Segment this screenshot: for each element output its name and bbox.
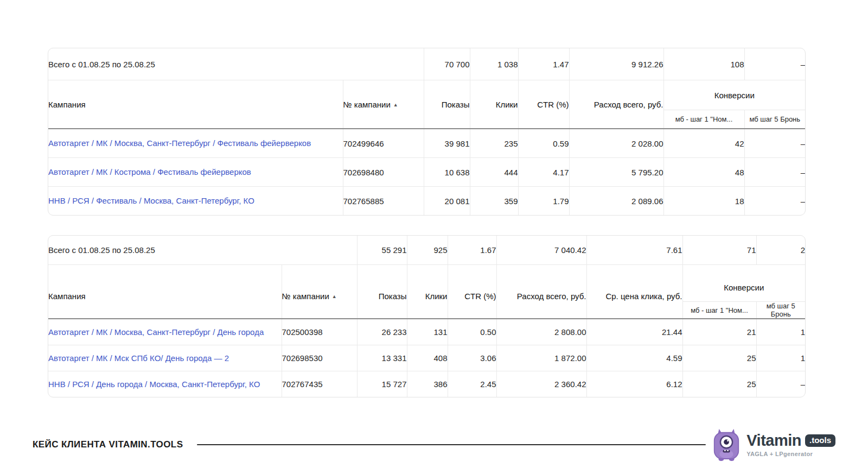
column-header-campaign[interactable]: Кампания [48, 265, 282, 319]
conversion-goal-header[interactable]: мб шаг 5 Бронь [756, 302, 805, 319]
metric-cell: 0.59 [518, 129, 569, 158]
metric-cell: 42 [663, 129, 744, 158]
total-value: 1.47 [518, 48, 569, 80]
totals-row: Всего с 01.08.25 по 25.08.2570 7001 0381… [48, 48, 805, 80]
conversion-goal-header[interactable]: мб - шаг 1 "Ном... [682, 302, 756, 319]
campaign-id-cell: 702765885 [343, 187, 424, 216]
column-header[interactable]: Показы [357, 265, 407, 319]
campaign-id-cell: 702698530 [282, 345, 357, 371]
sort-ascending-icon: ▲ [393, 102, 398, 108]
metric-cell: 2.45 [448, 371, 496, 397]
metric-cell: 6.12 [586, 371, 682, 397]
total-value: 108 [663, 48, 744, 80]
total-value: 1.67 [448, 236, 496, 265]
metric-cell: 25 [682, 371, 756, 397]
conversion-goal-header[interactable]: мб шаг 5 Бронь [744, 110, 805, 129]
campaign-link[interactable]: Автотаргет / МК / Мск СПб КО/ День город… [48, 353, 229, 363]
metric-cell: 1 872.00 [496, 345, 586, 371]
table-row: ННВ / РСЯ / День города / Москва, Санкт-… [48, 371, 805, 397]
column-header[interactable]: Показы [424, 80, 470, 129]
column-header[interactable]: CTR (%) [518, 80, 569, 129]
header-row: Кампания№ кампании▲ПоказыКликиCTR (%)Рас… [48, 80, 805, 110]
metric-cell: 21.44 [586, 319, 682, 345]
total-value: 9 912.26 [569, 48, 663, 80]
column-header[interactable]: Клики [470, 80, 518, 129]
column-header[interactable]: CTR (%) [448, 265, 496, 319]
campaign-id-cell: 702499646 [343, 129, 424, 158]
metric-cell: 4.59 [586, 345, 682, 371]
total-value: 2 [756, 236, 805, 265]
metric-cell: 1 [756, 319, 805, 345]
total-value: 71 [682, 236, 756, 265]
campaign-link[interactable]: Автотаргет / МК / Кострома / Фестиваль ф… [48, 167, 251, 176]
campaign-cell: ННВ / РСЯ / Фестиваль / Москва, Санкт-Пе… [48, 187, 343, 216]
column-header-label: № кампании [343, 100, 391, 109]
metric-cell: 408 [407, 345, 448, 371]
brand-badge: .tools [805, 434, 835, 447]
total-value: 55 291 [357, 236, 407, 265]
monster-mascot-icon [711, 428, 742, 462]
metric-cell: 13 331 [357, 345, 407, 371]
metric-cell: 2 360.42 [496, 371, 586, 397]
total-value: 70 700 [424, 48, 470, 80]
column-header[interactable]: Ср. цена клика, руб. [586, 265, 682, 319]
metric-cell: 2 028.00 [569, 129, 663, 158]
campaign-link[interactable]: Автотаргет / МК / Москва, Санкт-Петербур… [48, 138, 311, 148]
column-group-conversions: Конверсии [663, 80, 805, 110]
table-row: Автотаргет / МК / Москва, Санкт-Петербур… [48, 319, 805, 345]
metric-cell: 444 [470, 158, 518, 187]
metric-cell: 15 727 [357, 371, 407, 397]
metric-cell: 386 [407, 371, 448, 397]
campaign-link[interactable]: ННВ / РСЯ / Фестиваль / Москва, Санкт-Пе… [48, 196, 254, 205]
total-value: 925 [407, 236, 448, 265]
sort-ascending-icon: ▲ [332, 294, 337, 299]
metric-cell: 48 [663, 158, 744, 187]
metric-cell: 25 [682, 345, 756, 371]
conversion-goal-header[interactable]: мб - шаг 1 "Ном... [663, 110, 744, 129]
campaign-stats-table: Всего с 01.08.25 по 25.08.2555 2919251.6… [48, 235, 806, 397]
campaign-stats-table: Всего с 01.08.25 по 25.08.2570 7001 0381… [48, 48, 806, 216]
table-row: Автотаргет / МК / Москва, Санкт-Петербур… [48, 129, 805, 158]
column-header[interactable]: Расход всего, руб. [496, 265, 586, 319]
brand-name: Vitamin [746, 433, 801, 448]
campaign-link[interactable]: ННВ / РСЯ / День города / Москва, Санкт-… [48, 380, 260, 389]
metric-cell: 39 981 [424, 129, 470, 158]
metric-cell: 18 [663, 187, 744, 216]
metric-cell: – [744, 129, 805, 158]
column-header[interactable]: Клики [407, 265, 448, 319]
table-row: Автотаргет / МК / Мск СПб КО/ День город… [48, 345, 805, 371]
metric-cell: 26 233 [357, 319, 407, 345]
campaign-cell: ННВ / РСЯ / День города / Москва, Санкт-… [48, 371, 282, 397]
table-row: Автотаргет / МК / Кострома / Фестиваль ф… [48, 158, 805, 187]
metric-cell: 2 808.00 [496, 319, 586, 345]
footer-divider [197, 444, 706, 445]
total-value: 7.61 [586, 236, 682, 265]
brand-logo: Vitamin .tools YAGLA + LPgenerator [711, 428, 835, 462]
metric-cell: 20 081 [424, 187, 470, 216]
metric-cell: 5 795.20 [569, 158, 663, 187]
total-value: 1 038 [470, 48, 518, 80]
campaign-cell: Автотаргет / МК / Мск СПб КО/ День город… [48, 345, 282, 371]
column-group-conversions: Конверсии [682, 265, 805, 302]
metric-cell: 21 [682, 319, 756, 345]
brand-text: Vitamin .tools YAGLA + LPgenerator [746, 433, 835, 457]
campaign-link[interactable]: Автотаргет / МК / Москва, Санкт-Петербур… [48, 327, 264, 337]
campaign-id-cell: 702698480 [343, 158, 424, 187]
metric-cell: 2 089.06 [569, 187, 663, 216]
table-row: ННВ / РСЯ / Фестиваль / Москва, Санкт-Пе… [48, 187, 805, 216]
campaign-id-cell: 702767435 [282, 371, 357, 397]
column-header-campaign-id[interactable]: № кампании▲ [343, 80, 424, 129]
campaign-cell: Автотаргет / МК / Москва, Санкт-Петербур… [48, 319, 282, 345]
metric-cell: 4.17 [518, 158, 569, 187]
brand-subtitle: YAGLA + LPgenerator [746, 451, 835, 457]
metric-cell: 235 [470, 129, 518, 158]
column-header-campaign[interactable]: Кампания [48, 80, 343, 129]
metric-cell: – [756, 371, 805, 397]
campaign-id-cell: 702500398 [282, 319, 357, 345]
campaign-cell: Автотаргет / МК / Кострома / Фестиваль ф… [48, 158, 343, 187]
period-total-label: Всего с 01.08.25 по 25.08.25 [48, 236, 357, 265]
tables-area: Всего с 01.08.25 по 25.08.2570 7001 0381… [0, 0, 868, 397]
column-header-campaign-id[interactable]: № кампании▲ [282, 265, 357, 319]
column-header[interactable]: Расход всего, руб. [569, 80, 663, 129]
metric-cell: 0.50 [448, 319, 496, 345]
